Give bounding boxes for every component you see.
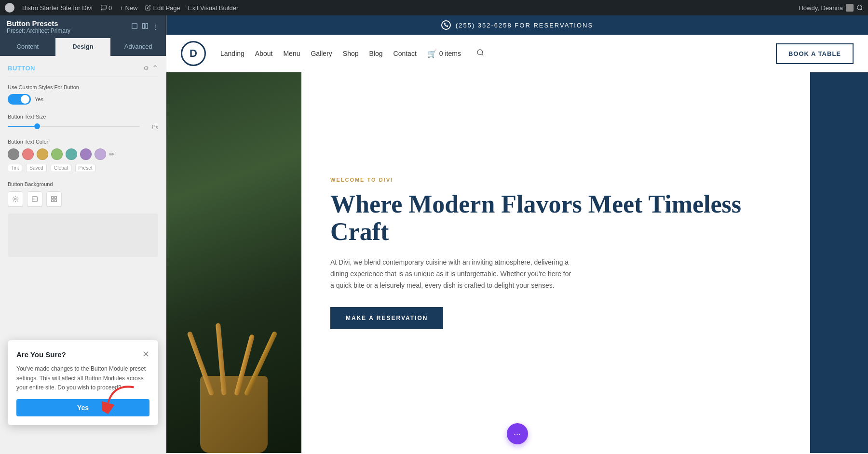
color-tint-btn[interactable]: Tint	[8, 164, 22, 172]
main-layout: Button Presets Preset: Architect Primary…	[0, 15, 868, 454]
dark-bg-section	[810, 72, 868, 453]
svg-line-3	[861, 9, 863, 11]
nav-contact[interactable]: Contact	[393, 50, 417, 57]
svg-rect-13	[54, 200, 56, 201]
text-size-field: Button Text Size Px	[8, 113, 158, 129]
nav-shop[interactable]: Shop	[343, 50, 359, 57]
slider-fill	[8, 126, 34, 127]
nav-landing[interactable]: Landing	[220, 50, 244, 57]
nav-blog[interactable]: Blog	[369, 50, 383, 57]
svg-rect-12	[52, 200, 54, 201]
bg-pattern-icon[interactable]	[46, 191, 62, 207]
svg-rect-4	[132, 24, 137, 29]
nav-about[interactable]: About	[255, 50, 273, 57]
phone-text: (255) 352-6258 FOR RESERVATIONS	[456, 22, 593, 29]
color-swatch-green[interactable]	[51, 148, 63, 160]
color-swatch-pink[interactable]	[22, 148, 34, 160]
phone-icon	[441, 20, 451, 30]
slider-value: Px	[144, 124, 158, 130]
custom-styles-field: Use Custom Styles For Button Yes	[8, 84, 158, 105]
dialog-close-button[interactable]: ✕	[142, 349, 149, 360]
welcome-label: WELCOME TO DIVI	[330, 177, 781, 183]
text-color-field: Button Text Color ✏ Tint Saved Global Pr…	[8, 138, 158, 172]
bg-gradient-icon[interactable]	[27, 191, 42, 207]
color-swatch-gray[interactable]	[8, 148, 19, 160]
hero-section: WELCOME TO DIVI Where Modern Flavors Mee…	[166, 72, 868, 453]
text-color-label: Button Text Color	[8, 138, 158, 146]
howdy-text: Howdy, Deanna	[799, 4, 843, 12]
floating-menu-button[interactable]: ···	[507, 423, 528, 444]
dialog-header: Are You Sure? ✕	[16, 349, 149, 360]
wordpress-logo[interactable]: W	[5, 3, 14, 13]
sidebar-panel: Button Presets Preset: Architect Primary…	[0, 15, 166, 454]
user-avatar[interactable]	[846, 4, 854, 12]
edit-page-button[interactable]: Edit Page	[145, 4, 180, 12]
color-actions: Tint Saved Global Preset	[8, 164, 158, 172]
nav-menu[interactable]: Menu	[283, 50, 300, 57]
color-preset-btn[interactable]: Preset	[75, 164, 96, 172]
bg-image-icon[interactable]	[8, 191, 23, 207]
svg-point-15	[477, 50, 483, 55]
site-logo[interactable]: D	[181, 41, 206, 66]
color-saved-btn[interactable]: Saved	[26, 164, 46, 172]
slider-track[interactable]	[8, 126, 140, 127]
button-section-header: Button ⚙ ⌃	[8, 64, 158, 77]
nav-links: Landing About Menu Gallery Shop Blog Con…	[220, 49, 776, 58]
website-preview: (255) 352-6258 FOR RESERVATIONS D Landin…	[166, 15, 868, 454]
color-swatch-yellow[interactable]	[37, 148, 48, 160]
tab-advanced[interactable]: Advanced	[110, 38, 166, 56]
color-swatch-purple[interactable]	[80, 148, 92, 160]
new-button[interactable]: + New	[120, 4, 137, 12]
svg-text:W: W	[8, 6, 12, 10]
slider-thumb[interactable]	[34, 123, 40, 129]
hero-content: WELCOME TO DIVI Where Modern Flavors Mee…	[301, 72, 810, 453]
search-icon-admin[interactable]	[856, 4, 863, 11]
exit-vb-button[interactable]: Exit Visual Builder	[188, 4, 239, 12]
nav-gallery[interactable]: Gallery	[311, 50, 332, 57]
search-icon-nav[interactable]	[476, 49, 484, 58]
reservation-button[interactable]: MAKE A RESERVATION	[330, 307, 443, 329]
sidebar-tabs: Content Design Advanced	[0, 38, 166, 56]
nav-cart[interactable]: 🛒 0 items	[427, 49, 461, 58]
more-options-icon[interactable]: ⋮	[152, 23, 159, 31]
color-swatch-teal[interactable]	[66, 148, 77, 160]
edit-page-label: Edit Page	[153, 4, 180, 12]
site-name[interactable]: Bistro Starter Site for Divi	[22, 4, 93, 12]
text-size-slider: Px	[8, 124, 158, 130]
svg-point-2	[857, 5, 862, 10]
columns-icon[interactable]	[142, 23, 149, 31]
toggle-container: Yes	[8, 94, 158, 105]
color-swatch-lavender[interactable]	[95, 148, 106, 160]
svg-rect-6	[146, 24, 148, 29]
hero-title: Where Modern Flavors Meet Timeless Craft	[330, 190, 781, 245]
wp-admin-bar: W Bistro Starter Site for Divi 0 + New E…	[0, 0, 868, 15]
section-settings-icon[interactable]: ⚙	[143, 65, 149, 72]
tab-content[interactable]: Content	[0, 38, 55, 56]
color-pencil-icon[interactable]: ✏	[109, 150, 115, 158]
comments-badge[interactable]: 0	[100, 4, 112, 12]
cart-count: 0 items	[439, 50, 461, 57]
custom-styles-toggle[interactable]	[8, 94, 31, 105]
bg-label: Button Background	[8, 181, 158, 188]
sidebar-header: Button Presets Preset: Architect Primary…	[0, 15, 166, 38]
howdy-section: Howdy, Deanna	[799, 4, 863, 12]
hero-image	[166, 72, 301, 453]
resize-icon[interactable]	[131, 23, 138, 31]
button-preview-box	[8, 214, 158, 257]
comments-count: 0	[108, 4, 112, 12]
site-navigation: D Landing About Menu Gallery Shop Blog C…	[166, 35, 868, 72]
svg-line-16	[482, 54, 483, 55]
color-swatches: ✏	[8, 148, 158, 160]
svg-point-7	[14, 198, 16, 200]
button-section-title: Button	[8, 65, 35, 72]
dialog-title: Are You Sure?	[16, 350, 66, 359]
sidebar-title: Button Presets	[7, 19, 131, 27]
toggle-knob	[21, 95, 29, 104]
custom-styles-label: Use Custom Styles For Button	[8, 84, 158, 91]
tab-design[interactable]: Design	[55, 38, 111, 56]
dots-icon: ···	[514, 429, 521, 439]
section-collapse-icon[interactable]: ⌃	[152, 64, 158, 73]
book-table-button[interactable]: BOOK A TABLE	[776, 43, 854, 64]
preset-label[interactable]: Preset: Architect Primary	[7, 27, 131, 34]
color-global-btn[interactable]: Global	[51, 164, 71, 172]
